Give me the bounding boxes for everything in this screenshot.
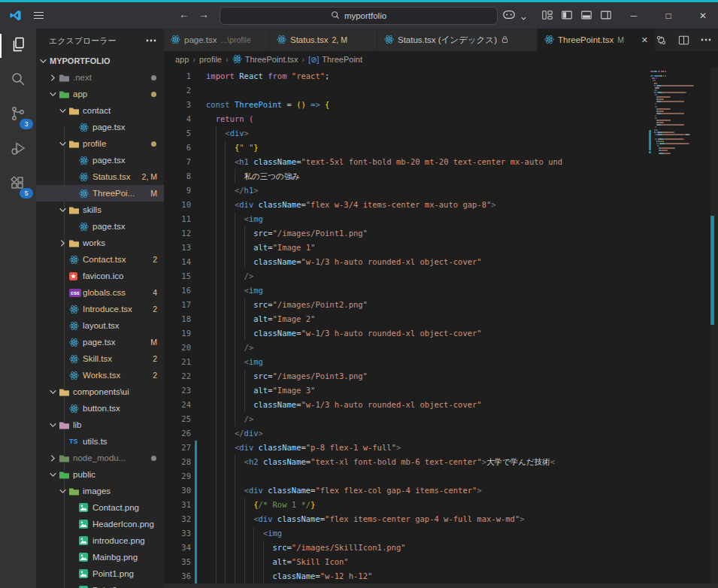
overview-ruler-changes[interactable] <box>710 216 714 325</box>
tree-item-skills[interactable]: skills <box>36 202 164 218</box>
code-line-31[interactable]: 31 {/* Row 1 */} <box>164 498 649 512</box>
more-actions-icon[interactable] <box>146 39 156 42</box>
customize-layout-icon[interactable] <box>541 9 553 24</box>
split-editor-icon[interactable] <box>678 35 689 46</box>
code-line-32[interactable]: 32 <div className="flex items-center gap… <box>164 512 649 526</box>
code-line-9[interactable]: 9 </h1> <box>164 183 649 198</box>
tree-item-point1-png[interactable]: Point1.png <box>36 565 164 582</box>
breadcrumb-item[interactable]: ThreePoint.tsx <box>232 54 298 65</box>
activity-item-run-debug[interactable] <box>0 132 36 167</box>
code-line-11[interactable]: 11 <img <box>164 212 649 226</box>
open-changes-icon[interactable] <box>656 35 667 46</box>
window-minimize-button[interactable]: ─ <box>621 2 647 29</box>
code-line-20[interactable]: 20 /> <box>164 341 649 355</box>
tree-item-images[interactable]: images <box>36 483 164 499</box>
code-line-16[interactable]: 16 <img <box>164 283 649 298</box>
tree-item-page-tsx[interactable]: page.tsx <box>36 119 164 135</box>
tab-close-icon[interactable]: ✕ <box>641 35 648 45</box>
code-line-36[interactable]: 36 className="w-12 h-12" <box>164 569 649 583</box>
code-line-28[interactable]: 28 <h2 className="text-xl font-bold mb-6… <box>164 455 649 469</box>
code-editor[interactable]: 1import React from "react";23const Three… <box>164 68 718 588</box>
tab-status-tsx[interactable]: Status.tsx2, M <box>270 29 377 51</box>
menu-hamburger-icon[interactable] <box>33 10 44 23</box>
copilot-chevron-down-icon[interactable] <box>520 11 527 25</box>
toggle-secondary-sidebar-icon[interactable] <box>600 9 612 24</box>
code-line-25[interactable]: 25 /> <box>164 412 649 426</box>
horizontal-scrollbar[interactable] <box>164 583 718 588</box>
breadcrumb-item[interactable]: [⊘]ThreePoint <box>308 55 362 64</box>
code-line-17[interactable]: 17 src="/images/Point2.png" <box>164 298 649 312</box>
window-maximize-button[interactable]: □ <box>656 2 681 29</box>
tree-item-page-tsx[interactable]: page.tsx <box>36 218 164 235</box>
code-line-21[interactable]: 21 <img <box>164 355 649 369</box>
tree-item-button-tsx[interactable]: button.tsx <box>36 400 164 417</box>
vertical-scrollbar[interactable] <box>710 68 718 588</box>
code-line-2[interactable]: 2 <box>164 83 649 98</box>
code-line-35[interactable]: 35 alt="Skill Icon" <box>164 555 649 569</box>
tree-item-contact-tsx[interactable]: Contact.tsx2 <box>36 251 164 268</box>
tree-item-components-ui[interactable]: components\ui <box>36 383 164 400</box>
code-line-6[interactable]: 6 {" "} <box>164 141 649 155</box>
code-line-27[interactable]: 27 <div className="p-8 flex-1 w-full"> <box>164 441 649 455</box>
tree-item-point2-png[interactable]: Point2.png <box>36 582 164 588</box>
breadcrumb-item[interactable]: app <box>175 55 189 64</box>
tree-item-headericon-png[interactable]: HeaderIcon.png <box>36 516 164 532</box>
code-line-23[interactable]: 23 alt="Image 3" <box>164 383 649 398</box>
tree-item-page-tsx[interactable]: page.tsxM <box>36 334 164 350</box>
tree-item-introduce-png[interactable]: introduce.png <box>36 532 164 549</box>
code-line-12[interactable]: 12 src="/images/Point1.png" <box>164 226 649 241</box>
code-line-18[interactable]: 18 alt="Image 2" <box>164 312 649 326</box>
tree-item-mainbg-png[interactable]: Mainbg.png <box>36 549 164 565</box>
tree-item-globals-css[interactable]: cssglobals.css4 <box>36 284 164 301</box>
tree-item-introduce-tsx[interactable]: Introduce.tsx2 <box>36 301 164 317</box>
minimap[interactable] <box>649 69 707 586</box>
tree-item-layout-tsx[interactable]: layout.tsx <box>36 317 164 334</box>
tree-item-node-modu-[interactable]: node_modu... <box>36 450 164 466</box>
tree-item-favicon-ico[interactable]: ★favicon.ico <box>36 268 164 284</box>
tree-item-works-tsx[interactable]: Works.tsx2 <box>36 367 164 383</box>
tree-item-myportfolio[interactable]: MYPORTFOLIO <box>36 53 164 69</box>
code-line-29[interactable]: 29 <box>164 469 649 483</box>
tree-item-contact-png[interactable]: Contact.png <box>36 499 164 516</box>
tree-item-status-tsx[interactable]: Status.tsx2, M <box>36 168 164 185</box>
tree-item-lib[interactable]: lib <box>36 417 164 433</box>
code-line-19[interactable]: 19 className="w-1/3 h-auto rounded-xl ob… <box>164 326 649 341</box>
code-line-26[interactable]: 26 </div> <box>164 426 649 441</box>
code-line-14[interactable]: 14 className="w-1/3 h-auto rounded-xl ob… <box>164 255 649 269</box>
code-line-22[interactable]: 22 src="/images/Point3.png" <box>164 369 649 383</box>
code-line-4[interactable]: 4 return ( <box>164 112 649 126</box>
code-line-34[interactable]: 34 src="/images/SkillIcon1.png" <box>164 541 649 555</box>
code-line-1[interactable]: 1import React from "react"; <box>164 69 649 83</box>
code-line-5[interactable]: 5 <div> <box>164 126 649 141</box>
code-line-13[interactable]: 13 alt="Image 1" <box>164 241 649 255</box>
code-line-33[interactable]: 33 <img <box>164 526 649 541</box>
tree-item-public[interactable]: public <box>36 466 164 483</box>
code-line-30[interactable]: 30 <div className="flex flex-col gap-4 i… <box>164 483 649 498</box>
tree-item--next[interactable]: .next <box>36 69 164 86</box>
tree-item-threepoi-[interactable]: ThreePoi...M <box>36 185 164 202</box>
window-close-button[interactable]: ✕ <box>690 2 716 29</box>
code-line-10[interactable]: 10 <div className="flex w-3/4 items-cent… <box>164 198 649 212</box>
more-actions-icon[interactable] <box>701 38 711 41</box>
activity-item-explorer[interactable] <box>0 29 36 63</box>
breadcrumb-item[interactable]: profile <box>199 55 222 64</box>
activity-item-search[interactable] <box>0 63 36 98</box>
tree-item-page-tsx[interactable]: page.tsx <box>36 152 164 168</box>
code-line-7[interactable]: 7 <h1 className="text-5xl font-bold mb-2… <box>164 155 649 169</box>
history-back-icon[interactable]: ← <box>179 8 189 20</box>
tab-status-tsx-[interactable]: Status.tsx (インデックス) <box>377 29 537 51</box>
activity-item-source-control[interactable]: 3 <box>0 98 36 132</box>
tree-item-contact[interactable]: contact <box>36 102 164 119</box>
copilot-icon[interactable] <box>502 9 516 23</box>
command-center-search[interactable]: myportfolio <box>220 7 498 25</box>
code-line-24[interactable]: 24 className="w-1/3 h-auto rounded-xl ob… <box>164 398 649 412</box>
history-forward-icon[interactable]: → <box>198 8 209 20</box>
tree-item-skill-tsx[interactable]: Skill.tsx2 <box>36 350 164 367</box>
tab-threepoint-tsx[interactable]: ThreePoint.tsxM✕ <box>538 29 655 51</box>
tree-item-utils-ts[interactable]: TSutils.ts <box>36 433 164 450</box>
tree-item-app[interactable]: app <box>36 86 164 102</box>
code-line-8[interactable]: 8 私の三つの強み <box>164 169 649 183</box>
toggle-primary-sidebar-icon[interactable] <box>561 9 573 24</box>
activity-item-extensions[interactable]: 5 <box>0 167 36 202</box>
tree-item-profile[interactable]: profile <box>36 135 164 152</box>
